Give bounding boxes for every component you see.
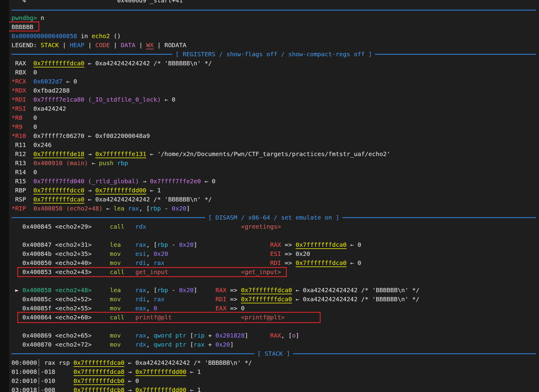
text-segment: 0x20 — [154, 250, 168, 257]
text-segment: 01:0008 — [11, 368, 37, 375]
register-r10: *R10 0x7ffff7c06270 ← 0xf0022000048a9 — [11, 131, 539, 140]
register-rax: RAX 0x7fffffffdca0 ← 0xa424242424242 /* … — [11, 59, 539, 68]
text-segment: 0x20 — [215, 341, 230, 348]
separator-rule — [293, 353, 536, 354]
text-segment — [121, 259, 135, 266]
text-segment: ← 0 — [124, 377, 139, 384]
register-rdx: *RDX 0xfbad2288 — [11, 86, 539, 95]
text-segment: | — [135, 41, 146, 49]
text-segment: rax — [154, 259, 165, 266]
text-segment: => — [226, 296, 241, 303]
register-r15: R15 0x7ffff7ffd040 (_rtld_global) → 0x7f… — [11, 177, 539, 186]
text-segment: , [ — [281, 332, 292, 339]
text-segment: n — [37, 14, 44, 21]
text-segment: ← '/home/x2n/Documents/Pwn/CTF_targets/p… — [146, 150, 390, 158]
section-title: [ REGISTERS / show-flags off / show-comp… — [175, 50, 372, 59]
separator-rule — [375, 54, 536, 55]
disasm-40084b: 0x40084b <echo2+35> mov esi, 0x20 ESI =>… — [11, 249, 539, 258]
text-segment: 0x400869 <echo2+65> — [11, 332, 110, 339]
text-segment: → — [84, 150, 95, 158]
register-rcx: *RCX 0x6032d7 ← 0 — [11, 77, 539, 86]
blank-line — [11, 231, 539, 240]
text-segment: | — [110, 41, 121, 49]
text-segment: , [ — [146, 286, 157, 294]
text-segment: lea — [110, 286, 121, 294]
text-segment: 0x7fffffffdcc0 — [33, 187, 84, 194]
text-segment: ← 0 — [347, 241, 361, 248]
text-segment: lea — [113, 205, 124, 212]
text-segment: │ — [37, 368, 41, 375]
disasm-400869: 0x400869 <echo2+65> mov rax, qword ptr [… — [11, 331, 539, 340]
text-segment: mov — [110, 332, 121, 339]
disasm-40085f: 0x40085f <echo2+55> mov eax, 0 EAX => 0 — [11, 304, 539, 313]
text-segment: 0x20 — [172, 205, 186, 212]
stack-row-3: 03:0018│-008 0x7fffffffdcb8 → 0x7fffffff… — [11, 385, 539, 392]
stop-location: 0x0000000000400858 in echo2 () — [11, 31, 539, 41]
text-segment: , — [146, 341, 154, 348]
stack-row-0: 00:0000│ rax rsp 0x7fffffffdca0 ← 0xa424… — [11, 358, 539, 367]
disasm-400850: 0x400850 <echo2+40> mov rdi, rax RDI => … — [11, 258, 539, 267]
text-segment — [26, 78, 33, 85]
text-segment: mov — [110, 250, 121, 257]
text-segment: call — [110, 314, 124, 321]
register-r13: R13 0x400910 (main) ← push rbp — [11, 158, 539, 168]
text-segment: ← — [88, 159, 99, 167]
text-segment — [11, 323, 15, 330]
text-segment: 0x7fffffffdca8 — [74, 368, 125, 375]
text-segment: RBX 0 — [11, 69, 37, 76]
text-segment: ] — [230, 341, 234, 348]
stack-row-2: 02:0010│-010 0x7fffffffdcb0 ← 0 — [11, 376, 539, 385]
text-segment: ← 0xa424242424242 /* 'BBBBBB\n' */ — [84, 196, 212, 203]
text-segment — [92, 286, 110, 294]
disasm-400864: 0x400864 <echo2+60> call printf@plt <pri… — [11, 313, 539, 322]
text-segment: 0x0000000000400858 — [11, 32, 77, 40]
register-r12: R12 0x7fffffffde18 → 0x7fffffffe131 ← '/… — [11, 149, 539, 158]
disasm-40085c: 0x40085c <echo2+52> mov rdi, rax RDI => … — [11, 295, 539, 304]
register-rbx: RBX 0 — [11, 68, 539, 77]
text-segment: lea — [110, 241, 121, 248]
text-segment: 0x7fffffffde18 — [33, 150, 84, 158]
text-segment — [168, 250, 270, 257]
text-segment: push — [99, 159, 113, 167]
text-segment: ← — [103, 205, 113, 212]
text-segment: in — [77, 32, 92, 40]
text-segment: mov — [110, 305, 121, 312]
text-segment: │ — [37, 377, 41, 384]
disasm-separator: [ DISASM / x86-64 / set emulate on ] — [11, 213, 539, 222]
text-segment: 0 — [22, 123, 37, 130]
text-segment: 0xfbad2288 — [26, 87, 70, 94]
text-segment: 0x20 — [179, 241, 194, 248]
register-r9: *R9 0 — [11, 122, 539, 131]
text-segment: [ — [186, 341, 194, 348]
text-segment: R12 — [11, 150, 33, 158]
text-segment: eax — [135, 305, 146, 312]
text-segment: rbp — [117, 159, 128, 167]
text-segment: echo2 — [92, 32, 110, 40]
text-segment: rax rsp — [41, 359, 73, 366]
terminal[interactable]: 4 0x4006d9 _start+41pwndbg> nBBBBBB0x000… — [9, 0, 539, 392]
text-segment: () — [110, 32, 121, 40]
text-segment: RDI — [270, 259, 281, 266]
text-segment: 0x40085c <echo2+52> — [11, 296, 110, 303]
text-segment: *R10 — [11, 132, 26, 139]
disasm-400870: 0x400870 <echo2+72> mov rdx, qword ptr [… — [11, 340, 539, 349]
text-segment: 0x7ffff7ffe2e0 — [150, 178, 201, 185]
text-segment — [197, 286, 215, 294]
text-segment: *R8 — [11, 114, 22, 121]
text-segment: 0x400858 (echo2+48) — [33, 205, 103, 212]
text-segment: rbp — [157, 286, 168, 294]
text-segment: 0x400870 <echo2+72> — [11, 341, 110, 348]
text-segment — [113, 159, 117, 167]
text-segment: -010 — [41, 377, 73, 384]
text-segment — [168, 268, 241, 276]
text-segment: RODATA — [165, 41, 186, 49]
text-segment: 0x7ffff7c06270 ← 0xf0022000048a9 — [26, 132, 150, 139]
section-title: [ DISASM / x86-64 / set emulate on ] — [208, 213, 339, 222]
text-segment: ← 0 — [201, 178, 215, 185]
text-segment: -018 — [41, 368, 73, 375]
text-segment: 0x400853 <echo2+43> — [11, 268, 110, 276]
text-segment: | — [154, 41, 165, 49]
text-segment: 0x400864 <echo2+60> — [11, 314, 110, 321]
text-segment: call — [110, 268, 124, 276]
text-segment: ] — [194, 241, 197, 248]
